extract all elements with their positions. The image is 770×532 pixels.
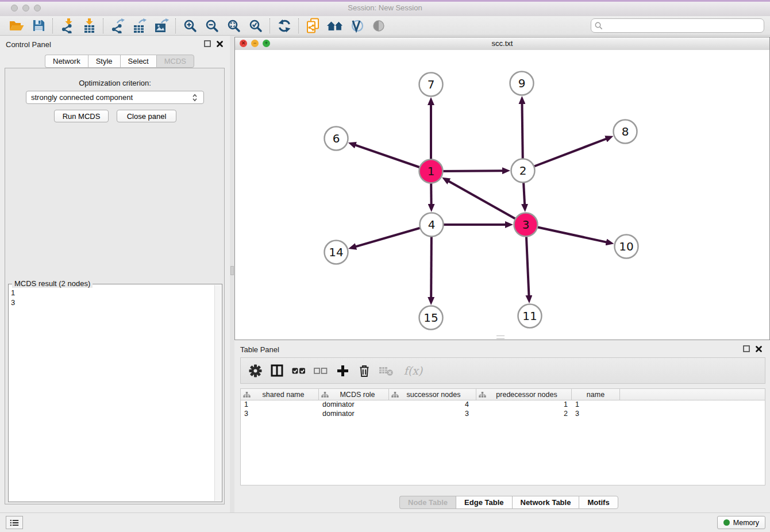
zoom-out-icon[interactable] <box>201 17 223 34</box>
tab-mcds[interactable]: MCDS <box>156 55 194 68</box>
cell-successor-nodes: 3 <box>389 410 476 419</box>
table-panel-title: Table Panel <box>240 345 279 354</box>
graph-edge <box>449 181 526 225</box>
svg-text:1: 1 <box>428 164 435 178</box>
control-panel: Control Panel Network Style Select MCDS … <box>0 36 230 512</box>
deselect-all-checkboxes-icon[interactable] <box>311 361 330 380</box>
network-window-title: scc.txt <box>235 39 769 48</box>
table-header-row: shared name MCDS role successor nodes pr… <box>241 389 765 400</box>
graph-node[interactable]: 1 <box>419 160 443 183</box>
table-row[interactable]: 1 dominator 4 1 1 <box>241 400 765 410</box>
graph-node[interactable]: 6 <box>325 127 348 151</box>
list-icon <box>10 518 19 527</box>
cell-shared-name: 3 <box>241 410 319 419</box>
graph-node[interactable]: 15 <box>419 306 443 330</box>
tab-style[interactable]: Style <box>88 55 120 68</box>
graph-node[interactable]: 7 <box>419 73 443 97</box>
svg-text:2: 2 <box>519 164 527 178</box>
hierarchy-icon <box>391 392 399 398</box>
mcds-result-text[interactable]: 1 3 <box>11 288 214 499</box>
graph-node[interactable]: 11 <box>518 304 542 328</box>
graph-node[interactable]: 8 <box>614 120 637 144</box>
export-table-icon[interactable] <box>129 17 151 34</box>
result-line: 1 <box>11 288 214 298</box>
graph-node[interactable]: 9 <box>510 72 534 95</box>
table-tabs: Node Table Edge Table Network Table Moti… <box>399 496 618 509</box>
optimization-criterion-label: Optimization criterion: <box>0 79 230 87</box>
search-input[interactable] <box>605 21 760 30</box>
cell-mcds-role: dominator <box>319 400 389 410</box>
tab-node-table[interactable]: Node Table <box>399 496 456 509</box>
cell-successor-nodes: 4 <box>389 400 476 410</box>
zoom-in-icon[interactable] <box>179 17 201 34</box>
zoom-fit-icon[interactable] <box>223 17 245 34</box>
hide-graphics-details-icon[interactable] <box>368 17 390 34</box>
close-panel-button[interactable]: Close panel <box>117 110 176 122</box>
application-window: Session: New Session <box>0 0 770 532</box>
column-header-name[interactable]: name <box>572 389 620 400</box>
apply-preferred-layout-icon[interactable] <box>274 17 295 34</box>
graph-node[interactable]: 3 <box>514 213 538 237</box>
network-graph[interactable]: 7968124314101511 <box>235 50 769 340</box>
tab-select[interactable]: Select <box>120 55 156 68</box>
settings-gear-icon[interactable] <box>245 361 265 380</box>
open-file-icon[interactable] <box>6 17 28 34</box>
app-title-bar: Session: New Session <box>0 0 770 17</box>
task-history-button[interactable] <box>6 516 23 529</box>
new-network-from-selection-icon[interactable] <box>302 17 324 34</box>
import-network-icon[interactable] <box>56 17 78 34</box>
canvas-resize-grip[interactable] <box>496 336 505 339</box>
save-session-icon[interactable] <box>28 17 49 34</box>
close-panel-icon[interactable] <box>217 41 223 47</box>
tab-network[interactable]: Network <box>45 55 88 68</box>
export-image-icon[interactable] <box>151 17 172 34</box>
graph-node[interactable]: 10 <box>615 235 638 259</box>
node-table[interactable]: shared name MCDS role successor nodes pr… <box>240 388 765 485</box>
close-panel-icon[interactable] <box>756 346 762 352</box>
toolbar-separator <box>175 18 176 33</box>
memory-button[interactable]: Memory <box>717 516 765 529</box>
criterion-dropdown[interactable]: strongly connected component <box>26 91 204 104</box>
run-mcds-button[interactable]: Run MCDS <box>54 110 109 122</box>
cell-mcds-role: dominator <box>319 410 389 419</box>
show-column-icon[interactable] <box>267 361 287 380</box>
table-panel: Table Panel <box>234 342 770 512</box>
network-window-title-bar[interactable]: ✕ − + scc.txt <box>235 37 769 51</box>
function-builder-icon[interactable]: f(x) <box>398 361 428 380</box>
memory-label: Memory <box>733 519 759 527</box>
svg-text:3: 3 <box>522 218 530 232</box>
tab-edge-table[interactable]: Edge Table <box>456 496 511 509</box>
graph-node[interactable]: 4 <box>420 213 444 237</box>
search-icon <box>595 22 603 30</box>
column-header-predecessor-nodes[interactable]: predecessor nodes <box>476 389 572 400</box>
control-panel-tabs: Network Style Select MCDS <box>45 55 194 68</box>
search-box <box>591 18 764 33</box>
column-header-mcds-role[interactable]: MCDS role <box>319 389 389 400</box>
graph-node[interactable]: 14 <box>325 241 348 264</box>
first-neighbors-icon[interactable] <box>324 17 346 34</box>
splitter-grip[interactable] <box>230 266 234 275</box>
svg-text:4: 4 <box>428 218 436 232</box>
column-header-successor-nodes[interactable]: successor nodes <box>389 389 476 400</box>
show-graphics-details-icon[interactable] <box>346 17 368 34</box>
table-row[interactable]: 3 dominator 3 2 3 <box>241 410 765 419</box>
zoom-selected-icon[interactable] <box>245 17 267 34</box>
select-all-checkboxes-icon[interactable] <box>289 361 309 380</box>
hierarchy-icon <box>479 392 486 398</box>
export-network-icon[interactable] <box>107 17 129 34</box>
result-scrollbar[interactable] <box>214 285 221 501</box>
delete-table-icon[interactable] <box>376 361 396 380</box>
add-column-icon[interactable] <box>333 361 352 380</box>
tab-network-table[interactable]: Network Table <box>512 496 579 509</box>
title-accent-strip <box>0 0 770 2</box>
network-canvas[interactable]: 7968124314101511 <box>235 50 769 340</box>
float-panel-icon[interactable] <box>204 40 211 47</box>
import-table-icon[interactable] <box>78 17 100 34</box>
graph-node[interactable]: 2 <box>511 159 535 183</box>
tab-motifs[interactable]: Motifs <box>579 496 618 509</box>
toolbar-separator <box>298 18 299 33</box>
column-header-shared-name[interactable]: shared name <box>241 389 319 400</box>
delete-column-icon[interactable] <box>355 361 374 380</box>
float-panel-icon[interactable] <box>743 345 750 352</box>
criterion-value: strongly connected component <box>31 93 133 102</box>
